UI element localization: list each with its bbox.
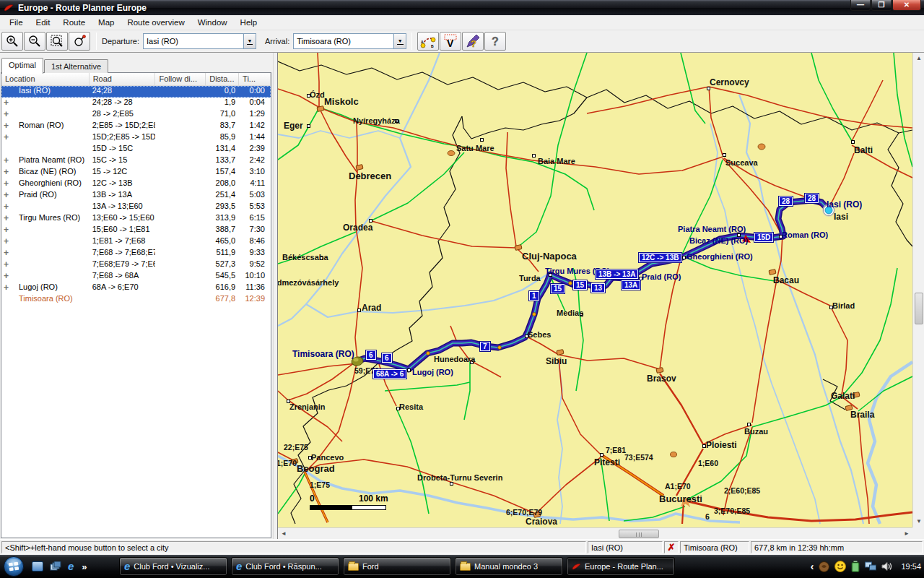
expand-plus-icon[interactable]: + [4, 98, 14, 108]
quick-launch-overflow-chevron[interactable]: » [82, 561, 87, 572]
tray-app-icon[interactable] [819, 561, 829, 572]
menu-item-route[interactable]: Route [56, 17, 92, 28]
start-button[interactable] [3, 556, 25, 577]
title-bar[interactable]: Europe - Route Planner Europe — ❐ ✕ [0, 0, 924, 15]
expand-plus-icon[interactable]: + [4, 167, 14, 177]
expand-plus-icon[interactable]: + [4, 178, 14, 189]
table-row[interactable]: +Roman (RO)2;E85 -> 15D;2;E883,71:42 [1, 121, 271, 132]
battery-icon[interactable] [851, 561, 860, 572]
map-vertical-scrollbar[interactable]: ▲ ▼ [912, 53, 924, 527]
row-distance: 71,0 [206, 109, 239, 121]
arrival-dropdown-button[interactable]: ▼ [393, 34, 406, 48]
table-row[interactable]: +Gheorghieni (RO)12C -> 13B208,04:11 [1, 178, 271, 190]
column-header-2[interactable]: Follow di... [155, 73, 206, 85]
taskbar-button-manual-mondeo-3[interactable]: Manual mondeo 3 [455, 557, 563, 576]
show-desktop-icon[interactable] [32, 561, 43, 571]
via-points-button[interactable]: V [440, 32, 461, 51]
expand-plus-icon[interactable]: + [4, 132, 14, 142]
taskbar-button-club-ford-r-spun[interactable]: eClub Ford • Răspun... [231, 557, 339, 576]
row-distance: 85,9 [206, 132, 239, 144]
calculate-route-button[interactable]: A B [417, 32, 439, 51]
vertical-scroll-thumb[interactable] [915, 293, 923, 324]
column-header-1[interactable]: Road [90, 73, 156, 85]
table-row[interactable]: +1;E81 -> 7;E68465,08:46 [1, 236, 271, 248]
table-row[interactable]: +7;E68 -> 68A545,510:10 [1, 271, 271, 282]
taskbar-button-club-ford-vizualiz[interactable]: eClub Ford • Vizualiz... [119, 557, 227, 576]
expand-plus-icon[interactable]: + [4, 213, 14, 223]
expand-plus-icon[interactable]: + [4, 259, 14, 269]
row-follow [155, 213, 206, 225]
expand-plus-icon[interactable]: + [4, 225, 14, 235]
map-city-label: Galati [831, 391, 855, 401]
scroll-down-icon[interactable]: ▼ [913, 516, 924, 527]
arrival-input[interactable] [294, 34, 393, 48]
taskbar-button-europe-route-plan[interactable]: Europe - Route Plan... [567, 557, 675, 576]
map-canvas[interactable]: 0 100 km ÓzdMiskolcEgerNyíregyházaSatu M… [278, 53, 912, 527]
horizontal-scroll-thumb[interactable] [619, 530, 659, 538]
map-city-label: Medias [557, 309, 583, 317]
restore-button[interactable]: ❐ [871, 0, 892, 11]
column-header-0[interactable]: Location [1, 73, 90, 85]
panel-splitter[interactable] [273, 53, 278, 539]
scroll-left-icon[interactable]: ◄ [278, 528, 289, 540]
expand-plus-icon[interactable]: + [4, 271, 14, 281]
taskbar-button-ford[interactable]: Ford [343, 557, 451, 576]
column-header-3[interactable]: Dista... [206, 73, 239, 85]
table-row[interactable]: +7;E68;E79 -> 7;E6527,39:52 [1, 259, 271, 271]
table-row[interactable]: +15;E60 -> 1;E81388,77:30 [1, 225, 271, 236]
expand-plus-icon[interactable]: + [4, 202, 14, 212]
help-button[interactable]: ? [484, 32, 506, 51]
menu-item-map[interactable]: Map [92, 17, 121, 28]
table-row[interactable]: +28 -> 2;E8571,01:29 [1, 109, 271, 121]
expand-plus-icon[interactable]: + [4, 236, 14, 246]
table-row[interactable]: +13A -> 13;E60293,55:53 [1, 202, 271, 213]
table-row[interactable]: +24;28 -> 281,90:04 [1, 98, 271, 109]
zoom-out-button[interactable] [24, 32, 45, 51]
tab-1st-alternative[interactable]: 1st Alternative [44, 59, 108, 73]
map-horizontal-scrollbar[interactable]: ◄ ► [278, 527, 912, 539]
table-row[interactable]: +Lugoj (RO)68A -> 6;E70616,911:36 [1, 282, 271, 294]
table-row[interactable]: 15D -> 15C131,42:39 [1, 144, 271, 155]
scroll-right-icon[interactable]: ► [901, 528, 912, 540]
close-button[interactable]: ✕ [892, 0, 921, 11]
scroll-up-icon[interactable]: ▲ [913, 53, 924, 64]
departure-input[interactable] [144, 34, 243, 48]
road-number-label: 2;E60;E85 [724, 486, 760, 495]
departure-dropdown-button[interactable]: ▼ [243, 34, 256, 48]
expand-plus-icon[interactable]: + [4, 248, 14, 258]
expand-plus-icon[interactable]: + [4, 190, 14, 200]
taskbar-clock[interactable]: 19:54 [898, 562, 921, 571]
table-row[interactable]: +Bicaz (NE) (RO)15 -> 12C157,43:10 [1, 167, 271, 178]
tray-expand-icon[interactable]: ‹ [811, 561, 814, 572]
table-row[interactable]: +Piatra Neamt (RO)15C -> 15133,72:42 [1, 155, 271, 167]
table-row[interactable]: +7;E68 -> 7;E68;E7511,99:33 [1, 248, 271, 259]
menu-item-file[interactable]: File [3, 17, 30, 28]
zoom-point-button[interactable] [69, 32, 90, 51]
menu-item-edit[interactable]: Edit [30, 17, 57, 28]
expand-plus-icon[interactable]: + [4, 109, 14, 119]
expand-plus-icon[interactable]: + [4, 155, 14, 165]
switch-windows-icon[interactable] [50, 561, 61, 571]
network-icon[interactable] [865, 561, 876, 571]
route-badge: 7 [480, 342, 490, 351]
edit-route-button[interactable]: ? [462, 32, 484, 51]
zoom-region-button[interactable] [46, 32, 68, 51]
zoom-in-button[interactable] [1, 32, 23, 51]
menu-item-help[interactable]: Help [234, 17, 264, 28]
minimize-button[interactable]: — [850, 0, 871, 11]
column-header-4[interactable]: Ti... [239, 73, 271, 85]
table-row[interactable]: Iasi (RO)24;280,00:00 [1, 86, 271, 98]
table-row[interactable]: Timisoara (RO)677,812:39 [1, 294, 271, 306]
volume-icon[interactable] [881, 561, 893, 571]
table-row[interactable]: +Praid (RO)13B -> 13A251,45:03 [1, 190, 271, 202]
internet-explorer-icon[interactable]: e [68, 561, 74, 571]
expand-plus-icon[interactable]: + [4, 282, 14, 293]
messenger-smiley-icon[interactable] [834, 561, 846, 572]
tab-optimal[interactable]: Optimal [1, 58, 43, 74]
table-row[interactable]: +15D;2;E85 -> 15D85,91:44 [1, 132, 271, 144]
menu-item-window[interactable]: Window [191, 17, 234, 28]
table-row[interactable]: +Tirgu Mures (RO)13;E60 -> 15;E60313,96:… [1, 213, 271, 225]
menu-item-route-overview[interactable]: Route overview [121, 17, 191, 28]
expand-plus-icon[interactable]: + [4, 121, 14, 131]
row-follow [155, 167, 206, 178]
